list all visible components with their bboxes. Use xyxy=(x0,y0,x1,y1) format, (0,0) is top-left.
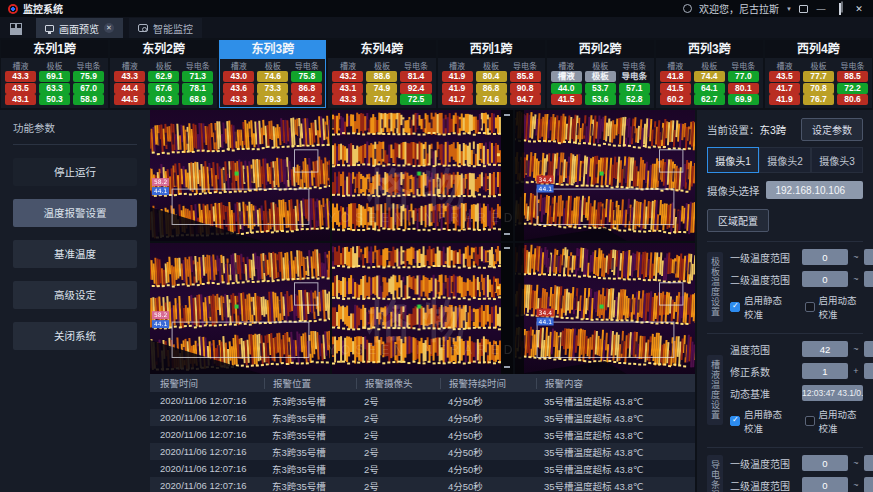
range-max-field[interactable] xyxy=(864,249,873,265)
span-tab-2[interactable]: 东列2跨 xyxy=(110,40,217,58)
region-config-button[interactable]: 区域配置 xyxy=(707,209,769,232)
thermal-image-1[interactable] xyxy=(150,110,330,241)
fullscreen-icon[interactable] xyxy=(799,5,808,13)
section-body: 一级温度范围~二级温度范围~启用静态校准启用动态校准 xyxy=(730,249,863,324)
range-max-field[interactable] xyxy=(864,271,873,287)
thermal-image-6[interactable] xyxy=(515,243,695,374)
temp-cell: 77.0 xyxy=(728,71,759,82)
tab-screen-preview[interactable]: 画面预览 ✕ xyxy=(36,18,123,38)
checkbox-item[interactable]: 启用静态校准 xyxy=(730,407,789,435)
checkbox-icon[interactable] xyxy=(730,416,740,426)
camera-tab-3[interactable]: 摄像头3 xyxy=(811,147,863,173)
temp-row: 41.774.694.7 xyxy=(442,94,541,105)
user-avatar-icon xyxy=(683,4,692,13)
temp-row: 41.553.652.8 xyxy=(551,94,650,105)
thermal-image-3[interactable] xyxy=(515,110,695,241)
sidebar-button-3[interactable]: 基准温度 xyxy=(13,240,137,268)
range-min-field[interactable] xyxy=(802,341,848,357)
sidebar-button-2[interactable]: 温度报警设置 xyxy=(13,199,137,227)
camera-ip-input[interactable] xyxy=(766,181,864,199)
checkbox-icon[interactable] xyxy=(805,416,815,426)
close-button[interactable]: ✕ xyxy=(853,4,865,14)
temp-cell: 67.0 xyxy=(73,83,104,94)
maximize-button[interactable] xyxy=(834,4,846,14)
camera-tab-1[interactable]: 摄像头1 xyxy=(707,147,759,173)
span-column-8: 西列4跨槽液极板导电条43.577.788.541.770.872.241.97… xyxy=(765,40,872,108)
alarm-cell: 东3跨35号槽 xyxy=(264,411,356,425)
thermal-view-3[interactable] xyxy=(515,110,695,241)
camera-tab-2[interactable]: 摄像头2 xyxy=(759,147,811,173)
sidebar-button-5[interactable]: 关闭系统 xyxy=(13,322,137,350)
alarm-cell: 2020/11/06 12:07:16 xyxy=(160,429,264,440)
home-grid-icon[interactable] xyxy=(10,23,20,33)
temp-cell: 43.3 xyxy=(114,71,145,82)
checkbox-item[interactable]: 启用动态校准 xyxy=(805,293,864,321)
range-separator: ~ xyxy=(848,480,864,490)
thermal-image-2[interactable] xyxy=(332,110,512,241)
column-header-label: 极板 xyxy=(257,60,288,71)
tab-close-icon[interactable]: ✕ xyxy=(104,23,114,33)
range-max-field[interactable] xyxy=(864,341,873,357)
span-table-headers: 槽液极板导电条 xyxy=(223,60,322,71)
user-greeting[interactable]: 欢迎您，尼古拉斯 xyxy=(699,1,779,16)
dynamic-baseline-field[interactable] xyxy=(802,385,863,401)
temp-cell: 62.9 xyxy=(148,71,179,82)
set-params-button[interactable]: 设定参数 xyxy=(801,118,863,141)
temp-row: 43.150.358.9 xyxy=(5,94,104,105)
thermal-image-4[interactable] xyxy=(150,243,330,374)
sidebar-button-1[interactable]: 停止运行 xyxy=(13,158,137,186)
checkbox-item[interactable]: 启用动态校准 xyxy=(805,407,864,435)
column-header-label: 极板 xyxy=(39,60,70,71)
alarm-column-header: 报警摄像头 xyxy=(356,378,440,389)
column-header-label: 槽液 xyxy=(114,60,145,71)
range-max-field[interactable] xyxy=(864,363,873,379)
checkbox-icon[interactable] xyxy=(805,302,815,312)
span-tab-3[interactable]: 东列3跨 xyxy=(219,40,326,58)
temp-cell: 41.5 xyxy=(551,94,582,105)
range-min-field[interactable] xyxy=(802,271,848,287)
thermal-image-5[interactable] xyxy=(332,243,512,374)
user-menu-caret-icon[interactable]: ▼ xyxy=(786,6,792,12)
checkbox-label: 启用静态校准 xyxy=(744,407,789,435)
span-tab-7[interactable]: 西列3跨 xyxy=(656,40,763,58)
temp-cell: 76.7 xyxy=(803,94,834,105)
span-tab-8[interactable]: 西列4跨 xyxy=(765,40,872,58)
thermal-view-6[interactable] xyxy=(515,243,695,374)
minimize-button[interactable]: — xyxy=(815,4,827,14)
span-tab-4[interactable]: 东列4跨 xyxy=(328,40,435,58)
app-title: 监控系统 xyxy=(23,1,63,16)
thermal-view-5[interactable] xyxy=(332,243,512,374)
tab-bar: 画面预览 ✕ 智能监控 xyxy=(0,17,873,38)
thermal-view-4[interactable] xyxy=(150,243,330,374)
settings-panel: 当前设置：东3跨设定参数摄像头1摄像头2摄像头3摄像头选择区域配置极板温度设置一… xyxy=(697,110,873,492)
temp-cell: 74.4 xyxy=(694,71,725,82)
sidebar-button-4[interactable]: 高级设定 xyxy=(13,281,137,309)
thermal-view-1[interactable] xyxy=(150,110,330,241)
span-column-2: 东列2跨槽液极板导电条43.362.971.344.467.678.144.56… xyxy=(110,40,217,108)
range-min-field[interactable] xyxy=(802,477,848,492)
span-tab-5[interactable]: 西列1跨 xyxy=(438,40,545,58)
temp-row: 43.673.386.8 xyxy=(223,83,322,94)
alarm-cell: 东3跨35号槽 xyxy=(264,445,356,459)
span-table-headers: 槽液极板导电条 xyxy=(442,60,541,71)
temp-cell: 43.1 xyxy=(332,83,363,94)
span-tab-6[interactable]: 西列2跨 xyxy=(547,40,654,58)
temp-cell: 79.3 xyxy=(257,94,288,105)
range-min-field[interactable] xyxy=(802,363,848,379)
thermal-view-2[interactable] xyxy=(332,110,512,241)
tab-smart-monitor[interactable]: 智能监控 xyxy=(129,18,202,38)
span-column-3: 东列3跨槽液极板导电条43.074.675.843.673.386.843.37… xyxy=(219,40,326,108)
range-min-field[interactable] xyxy=(802,249,848,265)
range-max-field[interactable] xyxy=(864,477,873,492)
checkbox-icon[interactable] xyxy=(730,302,740,312)
span-tab-1[interactable]: 东列1跨 xyxy=(1,40,108,58)
temp-cell: 41.9 xyxy=(442,71,473,82)
temp-row: 43.563.367.0 xyxy=(5,83,104,94)
checkbox-item[interactable]: 启用静态校准 xyxy=(730,293,789,321)
span-temp-table: 槽液极板导电条43.577.788.541.770.872.241.976.78… xyxy=(765,58,872,108)
alarm-cell: 2号 xyxy=(356,462,440,476)
range-min-field[interactable] xyxy=(802,455,848,471)
temp-cell: 60.3 xyxy=(148,94,179,105)
range-max-field[interactable] xyxy=(864,455,873,471)
temp-row: 44.467.678.1 xyxy=(114,83,213,94)
